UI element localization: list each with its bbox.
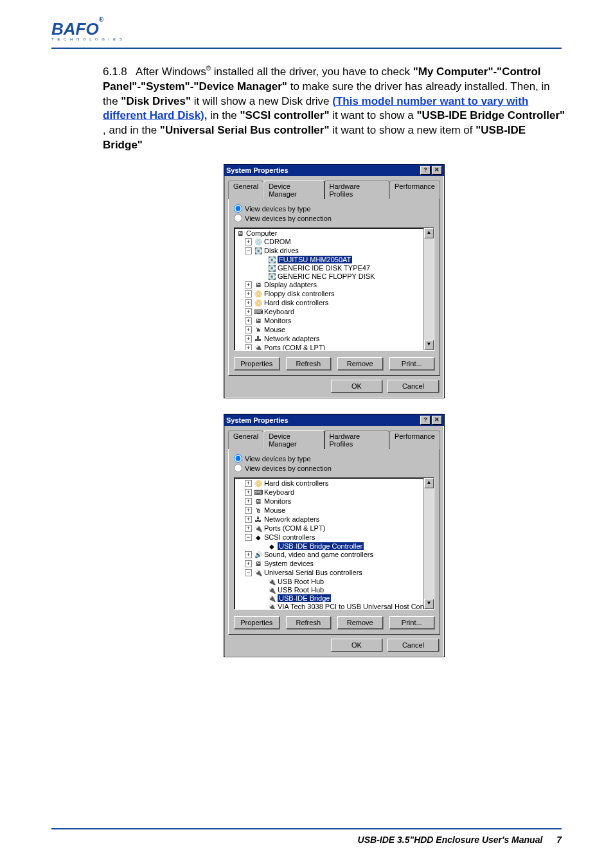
expand-icon[interactable]: − — [245, 569, 252, 576]
tab-device-manager[interactable]: Device Manager — [263, 430, 324, 449]
tab-general[interactable]: General — [228, 430, 263, 449]
tab-hardware-profiles[interactable]: Hardware Profiles — [324, 430, 390, 449]
tree-node[interactable]: 💽GENERIC IDE DISK TYPE47 — [236, 264, 434, 272]
tree-node[interactable]: 🔌USB Root Hub — [236, 586, 434, 594]
tree-node[interactable]: +💿CDROM — [236, 238, 434, 247]
tree-node[interactable]: −💽Disk drives — [236, 247, 434, 256]
radio-view-by-connection[interactable]: View devices by connection — [234, 464, 332, 472]
ok-button[interactable]: OK — [331, 639, 382, 651]
scroll-up-icon[interactable]: ▲ — [424, 228, 434, 238]
device-icon: 🔌 — [267, 587, 276, 594]
expand-icon[interactable]: + — [245, 238, 252, 245]
expand-icon[interactable]: + — [245, 525, 252, 532]
close-icon[interactable]: ✕ — [432, 166, 442, 175]
tree-node[interactable]: +🔌Ports (COM & LPT) — [236, 344, 434, 351]
expand-icon[interactable]: + — [245, 489, 252, 496]
tree-node[interactable]: +🖧Network adapters — [236, 335, 434, 344]
help-icon[interactable]: ? — [420, 416, 431, 425]
tree-label: Sound, video and game controllers — [264, 551, 373, 558]
tree-node[interactable]: +⌨Keyboard — [236, 308, 434, 317]
expand-icon[interactable]: + — [245, 335, 252, 342]
refresh-button[interactable]: Refresh — [286, 357, 332, 370]
ok-button[interactable]: OK — [331, 380, 382, 393]
scroll-up-icon[interactable]: ▲ — [424, 478, 434, 488]
help-icon[interactable]: ? — [420, 166, 431, 175]
tree-node[interactable]: +🔊Sound, video and game controllers — [236, 551, 434, 560]
tree-node[interactable]: +⌨Keyboard — [236, 488, 434, 497]
tree-node[interactable]: −🔌Universal Serial Bus controllers — [236, 569, 434, 578]
remove-button[interactable]: Remove — [337, 616, 383, 629]
expand-icon[interactable]: − — [245, 247, 252, 254]
tree-label: Monitors — [264, 317, 291, 324]
tree-node[interactable]: 🔌USB-IDE Bridge — [236, 594, 434, 603]
tree-node[interactable]: +🖥Monitors — [236, 497, 434, 506]
tab-device-manager[interactable]: Device Manager — [263, 181, 324, 199]
device-tree[interactable]: +📀Hard disk controllers+⌨Keyboard+🖥Monit… — [234, 477, 434, 610]
titlebar[interactable]: System Properties ? ✕ — [224, 414, 444, 426]
titlebar[interactable]: System Properties ? ✕ — [224, 164, 444, 176]
tree-label: USB Root Hub — [278, 586, 324, 594]
expand-icon[interactable]: + — [245, 317, 252, 324]
scroll-down-icon[interactable]: ▼ — [424, 340, 434, 350]
tree-node[interactable]: 🖥Computer — [236, 229, 434, 238]
tree-node[interactable]: +🖱Mouse — [236, 326, 434, 335]
tree-node[interactable]: ◆USB-IDE Bridge Controller — [236, 542, 434, 551]
cancel-button[interactable]: Cancel — [387, 639, 439, 651]
tree-label: Keyboard — [264, 308, 294, 315]
device-icon: 🔊 — [254, 551, 263, 558]
tree-node[interactable]: −◆SCSI controllers — [236, 533, 434, 542]
expand-icon[interactable]: + — [245, 308, 252, 315]
scrollbar[interactable]: ▲ ▼ — [423, 478, 434, 609]
tree-node[interactable]: +📀Hard disk controllers — [236, 479, 434, 488]
properties-button[interactable]: Properties — [234, 357, 280, 370]
tree-label: VIA Tech 3038 PCI to USB Universal Host … — [278, 603, 434, 610]
properties-button[interactable]: Properties — [234, 616, 280, 629]
expand-icon[interactable]: + — [245, 516, 252, 523]
expand-icon[interactable]: − — [245, 534, 252, 541]
expand-icon[interactable]: + — [245, 326, 252, 333]
expand-icon[interactable]: + — [245, 344, 252, 351]
refresh-button[interactable]: Refresh — [286, 616, 332, 629]
tab-performance[interactable]: Performance — [389, 181, 440, 199]
device-icon: 💿 — [254, 238, 263, 245]
tree-node[interactable]: +🖧Network adapters — [236, 515, 434, 524]
tree-node[interactable]: +🔌Ports (COM & LPT) — [236, 524, 434, 533]
expand-icon[interactable]: + — [245, 507, 252, 514]
tree-node[interactable]: 💽GENERIC NEC FLOPPY DISK — [236, 272, 434, 281]
expand-icon[interactable]: + — [245, 281, 252, 288]
expand-icon[interactable]: + — [245, 290, 252, 297]
expand-icon[interactable]: + — [245, 551, 252, 558]
tree-node[interactable]: 🔌USB Root Hub — [236, 578, 434, 586]
remove-button[interactable]: Remove — [337, 357, 383, 370]
device-tree[interactable]: 🖥Computer+💿CDROM−💽Disk drives💽FUJITSU MH… — [234, 227, 434, 351]
tree-node[interactable]: +🖱Mouse — [236, 506, 434, 515]
scroll-down-icon[interactable]: ▼ — [424, 599, 434, 609]
close-icon[interactable]: ✕ — [432, 416, 442, 425]
tree-node[interactable]: +🖥Monitors — [236, 317, 434, 326]
radio-view-by-type[interactable]: View devices by type — [234, 204, 311, 213]
tree-node[interactable]: 💽FUJITSU MHM2050AT — [236, 256, 434, 264]
expand-icon[interactable]: + — [245, 299, 252, 306]
tree-label: Mouse — [264, 506, 285, 514]
print-button[interactable]: Print... — [389, 357, 435, 370]
logo-subtitle: T E C H N O L O G I E S — [51, 37, 562, 41]
tree-label: GENERIC IDE DISK TYPE47 — [278, 264, 370, 272]
radio-view-by-connection[interactable]: View devices by connection — [234, 214, 332, 222]
tab-performance[interactable]: Performance — [389, 430, 440, 449]
device-icon: 🔌 — [254, 569, 263, 576]
expand-icon[interactable]: + — [245, 498, 252, 505]
tree-node[interactable]: +📀Hard disk controllers — [236, 299, 434, 308]
expand-icon[interactable]: + — [245, 480, 252, 487]
tree-node[interactable]: +🖥System devices — [236, 560, 434, 569]
tree-node[interactable]: +📀Floppy disk controllers — [236, 290, 434, 299]
radio-view-by-type[interactable]: View devices by type — [234, 454, 311, 463]
tab-hardware-profiles[interactable]: Hardware Profiles — [324, 181, 390, 199]
scrollbar[interactable]: ▲ ▼ — [423, 228, 434, 350]
tree-node[interactable]: 🔌VIA Tech 3038 PCI to USB Universal Host… — [236, 603, 434, 610]
print-button[interactable]: Print... — [389, 616, 435, 629]
cancel-button[interactable]: Cancel — [387, 380, 439, 393]
expand-icon[interactable]: + — [245, 560, 252, 567]
tab-general[interactable]: General — [228, 181, 263, 199]
tree-node[interactable]: +🖥Display adapters — [236, 281, 434, 290]
device-icon: 💽 — [267, 273, 276, 280]
